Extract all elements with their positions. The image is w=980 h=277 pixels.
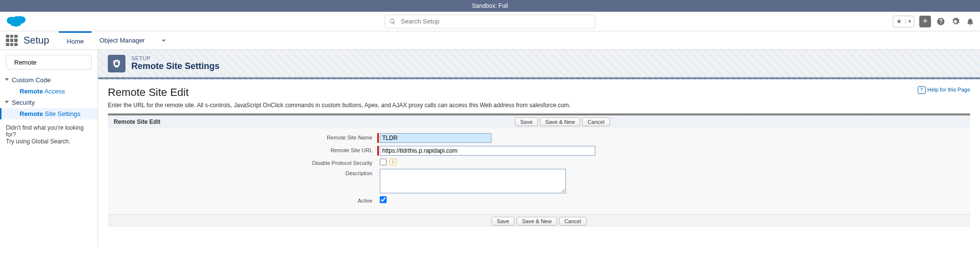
help-for-page-link[interactable]: Help for this Page	[918, 86, 970, 94]
content-area: SETUP Remote Site Settings Help for this…	[98, 50, 980, 247]
page-header-icon	[108, 55, 125, 72]
sandbox-banner: Sandbox: Full	[0, 0, 980, 12]
info-icon[interactable]: i	[390, 159, 396, 165]
shield-icon	[112, 59, 122, 69]
bell-icon	[966, 17, 975, 26]
setup-nav-bar: Setup Home Object Manager	[0, 31, 980, 50]
classic-page-title: Remote Site Edit	[108, 86, 970, 99]
save-and-new-button[interactable]: Save & New	[516, 217, 557, 226]
save-button[interactable]: Save	[515, 117, 538, 126]
help-button[interactable]	[936, 17, 946, 26]
header-utility-icons: ★▼ +	[893, 16, 975, 27]
description-textarea[interactable]	[380, 169, 566, 193]
chevron-down-icon: ▼	[905, 19, 914, 24]
setup-gear-button[interactable]	[951, 17, 960, 26]
salesforce-logo-icon	[5, 14, 26, 29]
global-search-input[interactable]	[396, 18, 591, 25]
bottom-button-row: Save Save & New Cancel	[108, 214, 970, 227]
question-icon	[936, 17, 945, 26]
global-create-button[interactable]: +	[919, 16, 931, 27]
section-header: Remote Site Edit Save Save & New Cancel	[108, 115, 970, 128]
disable-protocol-security-checkbox[interactable]	[380, 159, 387, 165]
tab-object-manager[interactable]: Object Manager	[92, 31, 153, 50]
label-remote-site-name: Remote Site Name	[108, 133, 377, 140]
remote-site-name-input[interactable]	[380, 133, 491, 143]
star-icon: ★	[893, 18, 905, 25]
tab-overflow[interactable]	[152, 31, 174, 50]
sidebar-help-text: Didn't find what you're looking for?Try …	[0, 119, 98, 150]
app-launcher-button[interactable]	[6, 35, 18, 46]
section-title: Remote Site Edit	[114, 118, 160, 125]
favorites-button[interactable]: ★▼	[893, 16, 914, 27]
form-area: Remote Site Name Remote Site URL Disable…	[108, 128, 970, 214]
active-checkbox[interactable]	[380, 196, 387, 203]
sidebar-search[interactable]	[6, 55, 92, 69]
cancel-button[interactable]: Cancel	[559, 217, 587, 226]
global-header: ★▼ +	[0, 12, 980, 31]
gear-icon	[951, 17, 960, 26]
setup-sidebar: Custom Code Remote Access Security Remot…	[0, 50, 98, 247]
tab-home[interactable]: Home	[59, 31, 92, 50]
remote-site-url-input[interactable]	[380, 146, 595, 156]
sidebar-item-remote-access[interactable]: Remote Access	[0, 86, 98, 97]
page-eyebrow: SETUP	[131, 55, 220, 61]
label-active: Active	[108, 196, 377, 204]
plus-icon: +	[923, 16, 928, 26]
label-remote-site-url: Remote Site URL	[108, 146, 377, 153]
classic-region: Help for this Page Remote Site Edit Ente…	[98, 79, 980, 247]
intro-text: Enter the URL for the remote site. All s…	[108, 102, 970, 109]
label-disable-protocol-security: Disable Protocol Security	[108, 159, 377, 166]
top-button-row: Save Save & New Cancel	[160, 117, 964, 126]
notifications-button[interactable]	[965, 17, 975, 26]
sidebar-item-remote-site-settings[interactable]: Remote Site Settings	[0, 108, 98, 119]
chevron-down-icon	[161, 38, 166, 43]
sidebar-search-input[interactable]	[10, 59, 97, 66]
global-search[interactable]	[385, 15, 595, 28]
search-icon	[389, 18, 396, 25]
sidebar-group-security[interactable]: Security	[0, 97, 98, 108]
nav-app-title: Setup	[24, 35, 49, 46]
save-and-new-button[interactable]: Save & New	[540, 117, 581, 126]
required-indicator	[377, 133, 379, 143]
sidebar-group-custom-code[interactable]: Custom Code	[0, 74, 98, 86]
cancel-button[interactable]: Cancel	[582, 117, 610, 126]
page-header: SETUP Remote Site Settings	[98, 50, 980, 77]
save-button[interactable]: Save	[491, 217, 514, 226]
page-title: Remote Site Settings	[131, 61, 220, 71]
label-description: Description	[108, 169, 377, 176]
required-indicator	[377, 146, 379, 156]
